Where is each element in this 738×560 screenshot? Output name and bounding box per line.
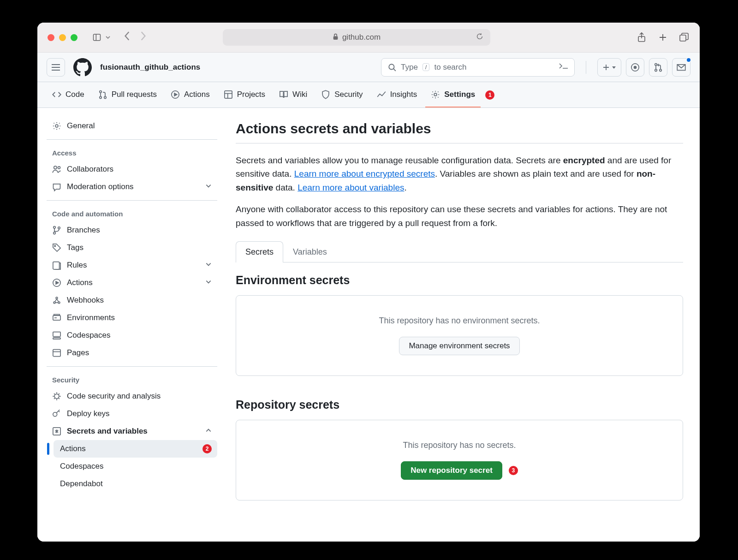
- svg-point-21: [99, 90, 101, 93]
- svg-point-19: [655, 69, 657, 71]
- svg-marker-39: [56, 281, 59, 284]
- annotation-badge-2: 2: [202, 444, 212, 453]
- annotation-badge-3: 3: [509, 466, 518, 475]
- sidebar-heading-code: Code and automation: [47, 205, 217, 221]
- tab-settings[interactable]: Settings: [425, 82, 481, 107]
- reload-button[interactable]: [476, 32, 484, 43]
- svg-point-41: [54, 302, 55, 304]
- annotation-badge-1: 1: [485, 90, 494, 100]
- tabs-overview-button[interactable]: [678, 32, 690, 43]
- svg-point-40: [56, 297, 58, 299]
- search-placeholder-prefix: Type: [401, 63, 418, 72]
- svg-point-31: [54, 166, 57, 169]
- address-bar[interactable]: github.com: [223, 29, 490, 46]
- link-learn-secrets[interactable]: Learn more about encrypted secrets: [294, 169, 435, 179]
- command-palette-icon[interactable]: [559, 62, 569, 72]
- svg-point-36: [54, 245, 56, 247]
- sidebar-item-general[interactable]: General: [47, 117, 217, 135]
- new-tab-button[interactable]: [657, 32, 668, 43]
- link-learn-variables[interactable]: Learn more about variables: [298, 183, 404, 192]
- svg-point-42: [58, 302, 60, 304]
- tab-projects[interactable]: Projects: [218, 82, 271, 107]
- content-tab-secrets[interactable]: Secrets: [236, 241, 283, 262]
- svg-point-32: [58, 167, 60, 169]
- page-title: Actions secrets and variables: [236, 121, 683, 137]
- manage-environment-secrets-button[interactable]: Manage environment secrets: [399, 337, 519, 355]
- content-tab-variables[interactable]: Variables: [283, 241, 337, 262]
- issues-button[interactable]: [626, 58, 644, 77]
- svg-marker-15: [612, 66, 616, 69]
- notifications-button[interactable]: [672, 58, 690, 77]
- svg-point-17: [634, 66, 637, 68]
- repository-empty-text: This repository has no secrets.: [245, 441, 673, 450]
- sidebar-heading-access: Access: [47, 144, 217, 161]
- sidebar-item-branches[interactable]: Branches: [47, 221, 217, 239]
- sidebar-item-actions[interactable]: Actions: [47, 274, 217, 292]
- sidebar-item-code-security[interactable]: Code security and analysis: [47, 387, 217, 405]
- forward-button[interactable]: [139, 31, 147, 44]
- svg-point-34: [54, 232, 56, 234]
- safari-toolbar: github.com: [37, 23, 700, 53]
- svg-rect-26: [225, 90, 232, 98]
- svg-point-50: [54, 394, 59, 399]
- settings-sidebar: General Access Collaborators Moderation …: [37, 108, 226, 542]
- safari-window: github.com fusionauth_gi: [37, 23, 700, 542]
- sidebar-item-collaborators[interactable]: Collaborators: [47, 161, 217, 178]
- svg-rect-44: [54, 315, 60, 316]
- tab-wiki[interactable]: Wiki: [274, 82, 313, 107]
- svg-point-35: [58, 227, 60, 229]
- svg-rect-0: [94, 34, 101, 40]
- sidebar-subitem-codespaces[interactable]: Codespaces: [54, 458, 217, 475]
- search-input[interactable]: Type / to search: [381, 58, 575, 77]
- close-window-button[interactable]: [48, 34, 54, 41]
- create-new-button[interactable]: [597, 58, 621, 77]
- sidebar-subitem-dependabot[interactable]: Dependabot: [54, 475, 217, 493]
- svg-point-23: [104, 96, 106, 99]
- github-header: fusionauth_github_actions Type / to sear…: [37, 53, 700, 82]
- sidebar-item-codespaces[interactable]: Codespaces: [47, 327, 217, 344]
- traffic-lights: [48, 34, 77, 41]
- svg-rect-47: [53, 338, 60, 339]
- sidebar-item-pages[interactable]: Pages: [47, 344, 217, 362]
- description-paragraph-2: Anyone with collaborator access to this …: [236, 203, 683, 230]
- sidebar-item-moderation[interactable]: Moderation options: [47, 178, 217, 196]
- new-repository-secret-button[interactable]: New repository secret: [401, 461, 502, 480]
- sidebar-subitem-actions[interactable]: Actions 2: [54, 440, 217, 458]
- minimize-window-button[interactable]: [59, 34, 66, 41]
- sidebar-item-deploy-keys[interactable]: Deploy keys: [47, 405, 217, 423]
- svg-line-11: [393, 69, 396, 71]
- github-logo[interactable]: [73, 58, 92, 77]
- sidebar-item-webhooks[interactable]: Webhooks: [47, 292, 217, 309]
- sidebar-chevron-down-icon[interactable]: [104, 32, 112, 43]
- chevron-up-icon: [205, 427, 212, 436]
- svg-marker-25: [174, 93, 177, 95]
- svg-point-29: [434, 93, 437, 96]
- sidebar-item-tags[interactable]: Tags: [47, 239, 217, 256]
- menu-button[interactable]: [47, 58, 65, 77]
- svg-point-33: [54, 226, 56, 229]
- repository-secrets-heading: Repository secrets: [236, 398, 683, 411]
- repo-title[interactable]: fusionauth_github_actions: [100, 63, 200, 72]
- tab-insights[interactable]: Insights: [371, 82, 423, 107]
- sidebar-item-environments[interactable]: Environments: [47, 309, 217, 327]
- repo-tabs: Code Pull requests Actions Projects Wiki…: [37, 82, 700, 108]
- maximize-window-button[interactable]: [71, 34, 77, 41]
- pull-requests-button[interactable]: [649, 58, 667, 77]
- tab-security[interactable]: Security: [315, 82, 368, 107]
- repository-secrets-empty: This repository has no secrets. New repo…: [236, 420, 683, 500]
- share-button[interactable]: [636, 32, 647, 43]
- search-kbd: /: [423, 63, 430, 71]
- tab-actions[interactable]: Actions: [165, 82, 215, 107]
- divider: [586, 61, 586, 74]
- svg-rect-6: [680, 35, 686, 41]
- tab-code[interactable]: Code: [47, 82, 90, 107]
- back-button[interactable]: [124, 31, 131, 44]
- main-content: Actions secrets and variables Secrets an…: [226, 108, 700, 542]
- sidebar-item-rules[interactable]: Rules: [47, 256, 217, 274]
- content-tabs: Secrets Variables: [236, 241, 683, 262]
- tab-pull-requests[interactable]: Pull requests: [93, 82, 162, 107]
- sidebar-item-secrets-variables[interactable]: Secrets and variables: [47, 423, 217, 440]
- environment-secrets-heading: Environment secrets: [236, 274, 683, 287]
- lock-icon: [333, 33, 339, 42]
- sidebar-toggle-button[interactable]: [91, 32, 102, 43]
